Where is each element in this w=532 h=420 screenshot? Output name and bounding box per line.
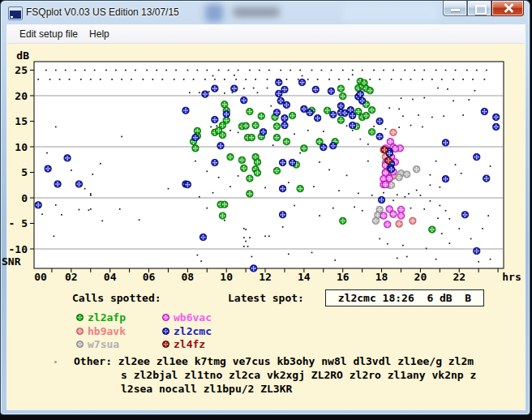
data-point <box>276 79 282 86</box>
data-point <box>184 182 191 188</box>
y-tick-label: - 5 <box>9 217 28 229</box>
legend-entry-wb6vac: wb6vac <box>161 311 212 324</box>
data-point <box>283 139 290 145</box>
data-point <box>227 154 234 161</box>
data-point <box>238 156 245 163</box>
data-point <box>297 186 303 192</box>
x-tick-label: 00 <box>34 271 47 283</box>
window-controls <box>443 1 524 16</box>
data-point <box>281 115 288 122</box>
y-tick-label: 25 <box>15 64 28 76</box>
menu-bar: Edit setup file Help <box>7 25 525 44</box>
legend-call-label: zl2afp <box>88 311 126 324</box>
x-tick-label: 08 <box>182 271 195 283</box>
menu-edit-setup-file[interactable]: Edit setup file <box>14 27 84 41</box>
data-point <box>429 226 435 233</box>
data-point <box>461 212 468 218</box>
data-point <box>385 157 392 164</box>
data-point <box>410 217 416 224</box>
data-point <box>289 159 295 165</box>
data-point <box>241 97 247 104</box>
x-tick-label: 06 <box>143 271 156 283</box>
data-point <box>221 201 228 208</box>
data-point <box>397 206 404 212</box>
title-bar[interactable]: FSQplot V0.03 US Edition 13/07/15 <box>1 1 530 25</box>
legend-call-label: hb9avk <box>88 325 126 337</box>
data-point <box>192 145 199 152</box>
data-point <box>474 154 480 161</box>
y-tick-label: 0 <box>21 192 28 204</box>
data-point <box>493 123 500 130</box>
data-point <box>35 202 41 208</box>
other-calls-text: zl2ee zl1ee k7tmg ve7cus kb3ohy nw8l dl3… <box>118 355 474 367</box>
data-point <box>279 186 285 192</box>
data-point <box>337 103 344 109</box>
plot-background <box>34 62 504 268</box>
data-point <box>384 221 391 228</box>
data-point <box>75 181 82 187</box>
close-icon <box>504 3 513 13</box>
data-point <box>312 86 319 92</box>
data-point <box>381 147 388 153</box>
data-point <box>320 144 327 151</box>
y-tick-label: 5 <box>21 166 28 178</box>
data-point <box>289 112 295 118</box>
x-tick-label: 02 <box>65 271 78 283</box>
data-point <box>376 133 383 139</box>
data-point <box>390 211 397 217</box>
data-point <box>273 168 280 174</box>
data-point <box>212 85 218 92</box>
data-point <box>223 117 230 123</box>
data-point <box>307 109 313 116</box>
data-point <box>182 107 189 114</box>
app-window: FSQplot V0.03 US Edition 13/07/15 Edit s… <box>0 0 530 415</box>
desktop-ghost-label <box>233 7 280 17</box>
marker-icon <box>75 340 84 349</box>
data-point <box>192 135 199 141</box>
data-point <box>54 181 61 187</box>
data-point <box>414 166 420 173</box>
data-point <box>260 129 267 135</box>
plot-panel: 2520151050- 5-10dBSNR0002040608101214161… <box>7 44 525 409</box>
marker-icon <box>161 340 170 349</box>
legend-call-label: zl2cmc <box>174 325 212 337</box>
data-point <box>386 175 393 182</box>
data-point <box>442 176 448 182</box>
legend-call-label: w7sua <box>88 338 119 350</box>
data-point <box>283 101 290 108</box>
maximize-icon <box>475 5 487 15</box>
data-point <box>247 175 253 182</box>
data-point <box>474 247 480 254</box>
data-point <box>359 97 366 104</box>
legend-entry-w7sua: w7sua <box>75 338 119 350</box>
data-point <box>337 85 344 92</box>
close-button[interactable] <box>491 1 524 16</box>
data-point <box>200 234 206 240</box>
x-tick-label: 22 <box>453 271 466 283</box>
menu-help[interactable]: Help <box>84 27 115 41</box>
other-label: Other: <box>74 355 112 367</box>
data-point <box>337 117 344 123</box>
data-point <box>481 108 487 114</box>
data-point <box>372 217 379 224</box>
marker-icon <box>161 327 170 336</box>
minimize-button[interactable] <box>443 1 467 16</box>
data-point <box>202 91 208 97</box>
data-point <box>382 182 388 188</box>
data-point <box>231 85 238 92</box>
legend-entry-zl2cmc: zl2cmc <box>161 325 212 337</box>
data-point <box>254 169 260 176</box>
data-point <box>252 122 259 128</box>
legend-entry-zl2afp: zl2afp <box>75 311 126 324</box>
data-point <box>219 212 225 219</box>
y-tick-label: 10 <box>15 141 28 153</box>
data-point <box>328 88 334 94</box>
maximize-button[interactable] <box>467 1 491 16</box>
legend-entry-zl4fz: zl4fz <box>161 338 205 350</box>
data-point <box>212 117 218 123</box>
data-point <box>396 174 402 181</box>
data-point <box>279 212 285 218</box>
other-calls-line-3: l2sea nocall zl1bpu/2 ZL3KR <box>121 383 292 395</box>
other-calls-line-2: s zl2bjal zl1tno zl2ca vk2xgj ZL2RO zl2r… <box>121 369 476 381</box>
data-point <box>340 217 346 224</box>
